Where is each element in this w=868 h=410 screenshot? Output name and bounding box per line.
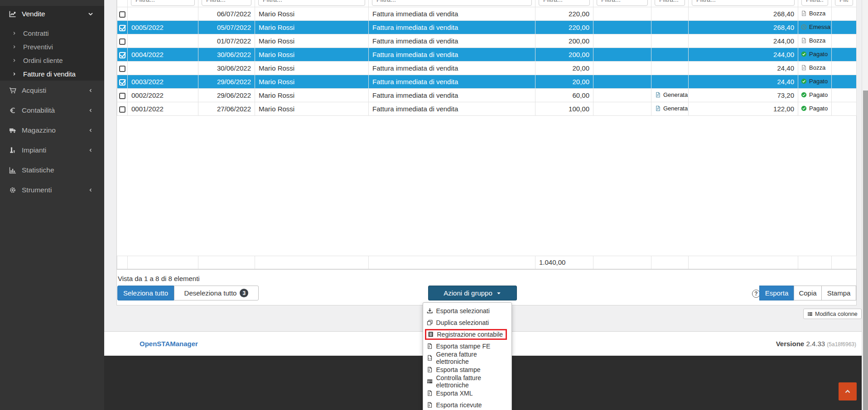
chevron-left-icon (86, 128, 95, 133)
table-totals: 1.040,00 (117, 256, 857, 269)
fe-badge: Generata (655, 105, 688, 112)
footer-version: Versione 2.4.33 (5a18f6963) (776, 340, 856, 348)
menu-item-content: Esporta stampe FE (427, 341, 490, 352)
cell-info (832, 61, 857, 75)
cell-descrizione: Fattura immediata di vendita (369, 48, 535, 61)
cell-extra (593, 7, 651, 20)
row-checkbox[interactable] (119, 106, 125, 113)
cell-cliente: Mario Rossi (255, 88, 369, 102)
table-row[interactable]: 0004/202230/06/2022Mario RossiFattura im… (117, 48, 857, 61)
cell-numero: 0002/2022 (128, 88, 198, 102)
sidebar-item-vendite[interactable]: Vendite (0, 6, 104, 22)
cell-data: 29/06/2022 (198, 88, 255, 102)
row-checkbox[interactable] (119, 11, 125, 18)
row-checkbox[interactable] (119, 25, 125, 31)
cell-numero: 0004/2022 (128, 48, 198, 61)
cell-data: 05/07/2022 (198, 20, 255, 34)
filter-input-col2[interactable] (202, 0, 251, 6)
row-checkbox[interactable] (119, 52, 125, 58)
filter-input-col7[interactable] (655, 0, 685, 6)
sidebar-item-magazzino[interactable]: Magazzino (0, 120, 104, 140)
sidebar-item-impianti[interactable]: Impianti (0, 140, 104, 160)
file-invoice-icon (655, 105, 661, 111)
menu-item-duplica-selezionati[interactable]: Duplica selezionati (423, 317, 511, 329)
scroll-to-top-button[interactable] (839, 382, 857, 400)
cell-imponibile: 20,00 (535, 61, 593, 75)
filter-input-col3[interactable] (258, 0, 365, 6)
menu-item-genera-fatture-elettroniche[interactable]: Genera fatture elettroniche (423, 352, 511, 364)
table-row[interactable]: 0003/202229/06/2022Mario RossiFattura im… (117, 75, 857, 88)
sidebar-subitem-label: Preventivi (23, 43, 53, 51)
cell-totale: 24,40 (689, 75, 798, 88)
cell-extra (593, 34, 651, 48)
chevron-left-icon (86, 108, 95, 113)
cell-imponibile: 20,00 (535, 75, 593, 88)
row-checkbox[interactable] (119, 79, 125, 86)
cell-stato: Pagato (798, 48, 832, 61)
file-invoice-icon (655, 92, 661, 98)
menu-item-content: Esporta XML (427, 388, 473, 399)
table-row[interactable]: 06/07/2022Mario RossiFattura immediata d… (117, 7, 857, 20)
totals-row: 1.040,00 (117, 256, 857, 270)
sidebar-item-acquisti[interactable]: Acquisti (0, 81, 104, 100)
bar-chart-icon (8, 167, 17, 174)
table-row[interactable]: 01/07/2022Mario RossiFattura immediata d… (117, 34, 857, 48)
filter-input-col1[interactable] (131, 0, 195, 6)
footer-brand-link[interactable]: OpenSTAManager (140, 340, 198, 348)
export-button[interactable]: Esporta (759, 286, 794, 300)
menu-item-label: Esporta selezionati (436, 307, 490, 315)
sidebar-item-preventivi[interactable]: Preventivi (0, 40, 104, 53)
cell-extra (593, 20, 651, 34)
table-row[interactable]: 0002/202229/06/2022Mario RossiFattura im… (117, 88, 857, 102)
fe-badge-label: Generata (663, 91, 688, 98)
status-badge-label: Pagato (809, 105, 828, 112)
cell-numero (128, 61, 198, 75)
copy-button[interactable]: Copia (794, 286, 822, 300)
select-all-button[interactable]: Seleziona tutto (117, 286, 174, 300)
menu-item-esporta-xml[interactable]: Esporta XML (423, 387, 511, 399)
filter-input-col6[interactable] (597, 0, 648, 6)
cell-info (832, 20, 857, 34)
menu-item-esporta-ricevute[interactable]: Esporta ricevute (423, 399, 511, 410)
table-row[interactable]: 0005/202205/07/2022Mario RossiFattura im… (117, 20, 857, 34)
filter-input-col10[interactable] (835, 0, 853, 6)
sidebar-item-statistiche[interactable]: Statistiche (0, 160, 104, 180)
row-checkbox[interactable] (119, 66, 125, 72)
filter-input-col5[interactable] (539, 0, 590, 6)
menu-item-controlla-fatture-elettroniche[interactable]: Controlla fatture elettroniche (423, 376, 511, 387)
filter-input-col9[interactable] (801, 0, 828, 6)
sidebar-item-contabilita[interactable]: Contabilità (0, 100, 104, 120)
filter-input-col8[interactable] (692, 0, 795, 6)
cell-imponibile: 220,00 (535, 20, 593, 34)
edit-columns-button[interactable]: Modifica colonne (803, 309, 862, 319)
cell-fattura-elettronica (651, 48, 689, 61)
table-row[interactable]: 30/06/2022Mario RossiFattura immediata d… (117, 61, 857, 75)
menu-item-registrazione-contabile[interactable]: Registrazione contabile (423, 329, 511, 340)
cell-cliente: Mario Rossi (255, 34, 369, 48)
sidebar-item-strumenti[interactable]: Strumenti (0, 180, 104, 200)
menu-item-esporta-selezionati[interactable]: Esporta selezionati (423, 305, 511, 317)
deselect-all-button[interactable]: Deseleziona tutto 3 (174, 286, 259, 300)
cell-descrizione: Fattura immediata di vendita (369, 75, 535, 88)
cell-numero (128, 7, 198, 20)
cell-stato: Pagato (798, 75, 832, 88)
filter-input-col4[interactable] (372, 0, 532, 6)
vertical-scrollbar[interactable] (862, 0, 868, 410)
menu-item-label: Esporta stampe FE (436, 343, 491, 350)
cell-info (832, 102, 857, 115)
row-checkbox[interactable] (119, 93, 125, 99)
scrollbar-thumb[interactable] (863, 91, 868, 410)
table-row[interactable]: 0001/202227/06/2022Mario RossiFattura im… (117, 102, 857, 115)
sidebar-item-fatture-di-vendita[interactable]: Fatture di vendita (0, 67, 104, 81)
group-actions-button[interactable]: Azioni di gruppo (428, 286, 517, 300)
chevron-right-icon (12, 72, 17, 76)
clock-icon (801, 24, 807, 30)
sidebar-item-label: Impianti (22, 146, 46, 154)
print-button[interactable]: Stampa (821, 286, 856, 300)
status-badge: Pagato (801, 78, 828, 85)
cell-extra (593, 48, 651, 61)
sidebar-item-contratti[interactable]: Contratti (0, 26, 104, 40)
cell-imponibile: 100,00 (535, 102, 593, 115)
sidebar-item-ordini-cliente[interactable]: Ordini cliente (0, 53, 104, 67)
row-checkbox[interactable] (119, 38, 125, 45)
